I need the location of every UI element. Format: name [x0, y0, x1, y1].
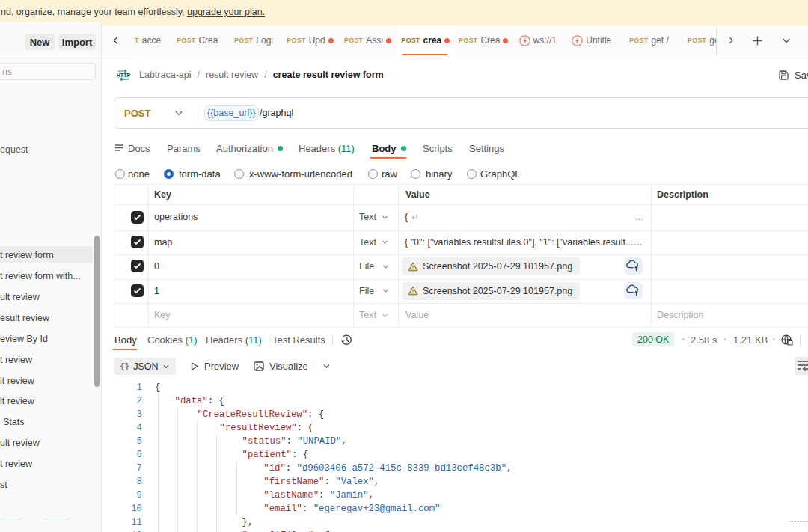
svg-text:HTTP: HTTP — [117, 72, 130, 79]
